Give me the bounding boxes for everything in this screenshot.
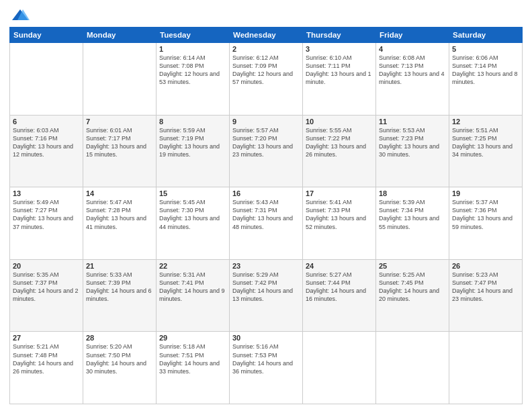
header <box>9 7 523 23</box>
calendar-cell: 13Sunrise: 5:49 AM Sunset: 7:27 PM Dayli… <box>10 187 83 260</box>
day-info: Sunrise: 5:57 AM Sunset: 7:20 PM Dayligh… <box>232 126 300 159</box>
day-info: Sunrise: 5:53 AM Sunset: 7:23 PM Dayligh… <box>379 126 446 159</box>
col-header-thursday: Thursday <box>303 28 376 43</box>
day-info: Sunrise: 6:14 AM Sunset: 7:08 PM Dayligh… <box>159 54 226 87</box>
day-number: 19 <box>452 189 519 197</box>
day-number: 12 <box>452 118 519 126</box>
col-header-tuesday: Tuesday <box>157 28 230 43</box>
day-info: Sunrise: 5:49 AM Sunset: 7:27 PM Dayligh… <box>13 198 80 231</box>
calendar-cell: 20Sunrise: 5:35 AM Sunset: 7:37 PM Dayli… <box>10 259 83 332</box>
calendar-table: SundayMondayTuesdayWednesdayThursdayFrid… <box>9 27 523 404</box>
calendar-cell: 21Sunrise: 5:33 AM Sunset: 7:39 PM Dayli… <box>83 259 157 332</box>
day-info: Sunrise: 6:01 AM Sunset: 7:17 PM Dayligh… <box>86 126 153 159</box>
day-number: 20 <box>13 262 80 270</box>
day-info: Sunrise: 5:59 AM Sunset: 7:19 PM Dayligh… <box>159 126 226 159</box>
calendar-cell: 4Sunrise: 6:08 AM Sunset: 7:13 PM Daylig… <box>376 43 449 116</box>
day-number: 13 <box>13 189 80 197</box>
day-number: 21 <box>86 262 153 270</box>
calendar-cell <box>10 43 83 116</box>
calendar-cell: 2Sunrise: 6:12 AM Sunset: 7:09 PM Daylig… <box>230 43 303 116</box>
calendar-cell: 14Sunrise: 5:47 AM Sunset: 7:28 PM Dayli… <box>83 187 157 260</box>
col-header-monday: Monday <box>83 28 157 43</box>
day-number: 27 <box>13 334 80 342</box>
day-info: Sunrise: 6:03 AM Sunset: 7:16 PM Dayligh… <box>13 126 80 159</box>
calendar-cell: 24Sunrise: 5:27 AM Sunset: 7:44 PM Dayli… <box>303 259 376 332</box>
day-info: Sunrise: 5:18 AM Sunset: 7:51 PM Dayligh… <box>159 342 226 375</box>
day-info: Sunrise: 5:47 AM Sunset: 7:28 PM Dayligh… <box>86 198 153 231</box>
day-info: Sunrise: 5:27 AM Sunset: 7:44 PM Dayligh… <box>306 271 373 304</box>
day-info: Sunrise: 5:29 AM Sunset: 7:42 PM Dayligh… <box>232 271 300 304</box>
calendar-cell <box>449 332 523 404</box>
calendar-cell: 22Sunrise: 5:31 AM Sunset: 7:41 PM Dayli… <box>157 259 230 332</box>
day-info: Sunrise: 5:45 AM Sunset: 7:30 PM Dayligh… <box>159 198 226 231</box>
col-header-wednesday: Wednesday <box>230 28 303 43</box>
calendar-cell: 28Sunrise: 5:20 AM Sunset: 7:50 PM Dayli… <box>83 332 157 404</box>
day-number: 14 <box>86 189 153 197</box>
calendar-cell: 1Sunrise: 6:14 AM Sunset: 7:08 PM Daylig… <box>157 43 230 116</box>
day-number: 9 <box>232 118 300 126</box>
day-info: Sunrise: 6:12 AM Sunset: 7:09 PM Dayligh… <box>232 54 300 87</box>
day-number: 24 <box>306 262 373 270</box>
calendar-cell: 8Sunrise: 5:59 AM Sunset: 7:19 PM Daylig… <box>157 115 230 187</box>
day-number: 16 <box>232 189 300 197</box>
day-info: Sunrise: 5:23 AM Sunset: 7:47 PM Dayligh… <box>452 271 519 304</box>
day-number: 15 <box>159 189 226 197</box>
col-header-saturday: Saturday <box>449 28 523 43</box>
logo <box>9 7 30 23</box>
week-row-5: 27Sunrise: 5:21 AM Sunset: 7:48 PM Dayli… <box>10 332 523 404</box>
day-number: 23 <box>232 262 300 270</box>
day-number: 3 <box>306 45 373 53</box>
col-header-sunday: Sunday <box>10 28 83 43</box>
day-number: 5 <box>452 45 519 53</box>
day-number: 6 <box>13 118 80 126</box>
calendar-cell: 3Sunrise: 6:10 AM Sunset: 7:11 PM Daylig… <box>303 43 376 116</box>
day-info: Sunrise: 5:41 AM Sunset: 7:33 PM Dayligh… <box>306 198 373 231</box>
week-row-4: 20Sunrise: 5:35 AM Sunset: 7:37 PM Dayli… <box>10 259 523 332</box>
week-row-1: 1Sunrise: 6:14 AM Sunset: 7:08 PM Daylig… <box>10 43 523 116</box>
day-info: Sunrise: 5:16 AM Sunset: 7:53 PM Dayligh… <box>232 342 300 375</box>
day-number: 11 <box>379 118 446 126</box>
logo-icon <box>11 7 30 26</box>
page: SundayMondayTuesdayWednesdayThursdayFrid… <box>0 0 532 411</box>
calendar-cell: 10Sunrise: 5:55 AM Sunset: 7:22 PM Dayli… <box>303 115 376 187</box>
day-number: 18 <box>379 189 446 197</box>
day-info: Sunrise: 6:08 AM Sunset: 7:13 PM Dayligh… <box>379 54 446 87</box>
calendar-cell: 30Sunrise: 5:16 AM Sunset: 7:53 PM Dayli… <box>230 332 303 404</box>
day-info: Sunrise: 5:51 AM Sunset: 7:25 PM Dayligh… <box>452 126 519 159</box>
day-info: Sunrise: 5:39 AM Sunset: 7:34 PM Dayligh… <box>379 198 446 231</box>
calendar-cell: 11Sunrise: 5:53 AM Sunset: 7:23 PM Dayli… <box>376 115 449 187</box>
calendar-cell <box>83 43 157 116</box>
day-info: Sunrise: 5:35 AM Sunset: 7:37 PM Dayligh… <box>13 271 80 304</box>
day-number: 7 <box>86 118 153 126</box>
calendar-cell: 9Sunrise: 5:57 AM Sunset: 7:20 PM Daylig… <box>230 115 303 187</box>
day-number: 1 <box>159 45 226 53</box>
calendar-cell: 23Sunrise: 5:29 AM Sunset: 7:42 PM Dayli… <box>230 259 303 332</box>
calendar-cell: 7Sunrise: 6:01 AM Sunset: 7:17 PM Daylig… <box>83 115 157 187</box>
day-info: Sunrise: 5:37 AM Sunset: 7:36 PM Dayligh… <box>452 198 519 231</box>
day-number: 29 <box>159 334 226 342</box>
day-number: 26 <box>452 262 519 270</box>
calendar-cell <box>376 332 449 404</box>
calendar-cell: 15Sunrise: 5:45 AM Sunset: 7:30 PM Dayli… <box>157 187 230 260</box>
day-info: Sunrise: 6:10 AM Sunset: 7:11 PM Dayligh… <box>306 54 373 87</box>
calendar-cell: 17Sunrise: 5:41 AM Sunset: 7:33 PM Dayli… <box>303 187 376 260</box>
day-number: 10 <box>306 118 373 126</box>
calendar-cell <box>303 332 376 404</box>
calendar-cell: 5Sunrise: 6:06 AM Sunset: 7:14 PM Daylig… <box>449 43 523 116</box>
day-info: Sunrise: 5:55 AM Sunset: 7:22 PM Dayligh… <box>306 126 373 159</box>
calendar-cell: 18Sunrise: 5:39 AM Sunset: 7:34 PM Dayli… <box>376 187 449 260</box>
col-header-friday: Friday <box>376 28 449 43</box>
calendar-cell: 6Sunrise: 6:03 AM Sunset: 7:16 PM Daylig… <box>10 115 83 187</box>
calendar-cell: 16Sunrise: 5:43 AM Sunset: 7:31 PM Dayli… <box>230 187 303 260</box>
calendar-cell: 25Sunrise: 5:25 AM Sunset: 7:45 PM Dayli… <box>376 259 449 332</box>
day-info: Sunrise: 5:31 AM Sunset: 7:41 PM Dayligh… <box>159 271 226 304</box>
day-number: 22 <box>159 262 226 270</box>
calendar-cell: 12Sunrise: 5:51 AM Sunset: 7:25 PM Dayli… <box>449 115 523 187</box>
day-number: 30 <box>232 334 300 342</box>
day-number: 17 <box>306 189 373 197</box>
day-number: 28 <box>86 334 153 342</box>
day-number: 25 <box>379 262 446 270</box>
calendar-cell: 27Sunrise: 5:21 AM Sunset: 7:48 PM Dayli… <box>10 332 83 404</box>
day-info: Sunrise: 5:21 AM Sunset: 7:48 PM Dayligh… <box>13 342 80 375</box>
day-number: 8 <box>159 118 226 126</box>
